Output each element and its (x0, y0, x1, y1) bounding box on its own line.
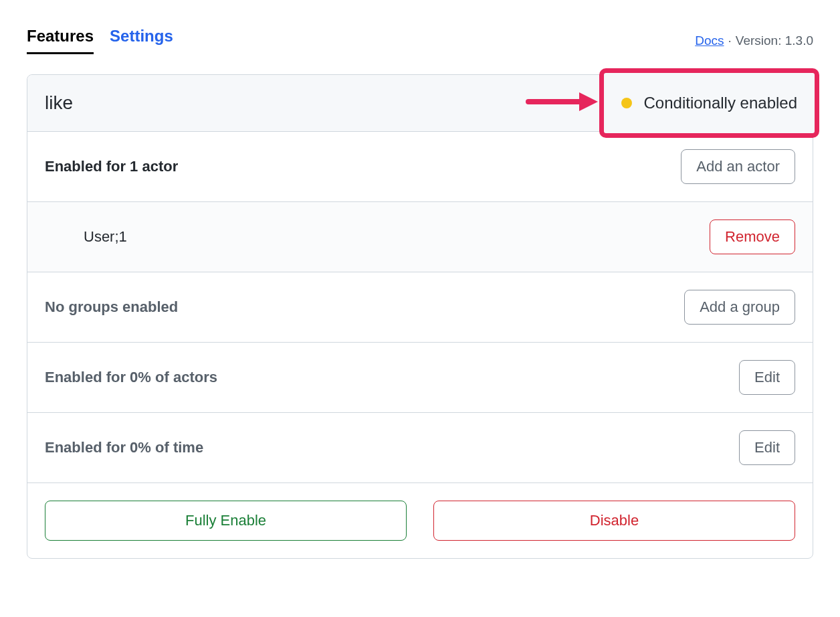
top-bar: Features Settings Docs · Version: 1.3.0 (27, 27, 813, 54)
header-meta: Docs · Version: 1.3.0 (695, 33, 813, 48)
status-text: Conditionally enabled (644, 94, 798, 112)
docs-link[interactable]: Docs (695, 33, 724, 48)
disable-button[interactable]: Disable (433, 501, 795, 541)
actor-name: User;1 (84, 228, 127, 246)
groups-label: No groups enabled (45, 298, 178, 316)
arrow-icon (526, 90, 599, 116)
feature-header: like Conditionally enabled Conditionally… (27, 75, 813, 132)
separator: · (728, 33, 732, 48)
fully-enable-button[interactable]: Fully Enable (45, 501, 407, 541)
tab-list: Features Settings (27, 27, 173, 54)
status-dot-icon (621, 98, 632, 108)
groups-row: No groups enabled Add a group (27, 272, 813, 343)
pct-actors-row: Enabled for 0% of actors Edit (27, 343, 813, 413)
tab-features[interactable]: Features (27, 27, 94, 54)
pct-time-label: Enabled for 0% of time (45, 439, 203, 456)
edit-pct-time-button[interactable]: Edit (739, 430, 795, 465)
pct-time-row: Enabled for 0% of time Edit (27, 413, 813, 483)
tab-settings[interactable]: Settings (110, 27, 173, 54)
feature-card: like Conditionally enabled Conditionally… (27, 74, 813, 559)
footer-actions: Fully Enable Disable (27, 483, 813, 558)
version-text: Version: 1.3.0 (736, 33, 813, 48)
status-highlight-box: Conditionally enabled (599, 68, 820, 138)
feature-name: like (45, 92, 73, 114)
pct-actors-label: Enabled for 0% of actors (45, 369, 217, 386)
add-actor-button[interactable]: Add an actor (681, 149, 795, 184)
add-group-button[interactable]: Add a group (684, 290, 795, 325)
svg-marker-1 (579, 92, 598, 111)
edit-pct-actors-button[interactable]: Edit (739, 360, 795, 395)
actor-item-row: User;1 Remove (27, 202, 813, 272)
remove-actor-button[interactable]: Remove (710, 219, 795, 254)
actors-label: Enabled for 1 actor (45, 158, 178, 175)
actors-row: Enabled for 1 actor Add an actor (27, 132, 813, 202)
